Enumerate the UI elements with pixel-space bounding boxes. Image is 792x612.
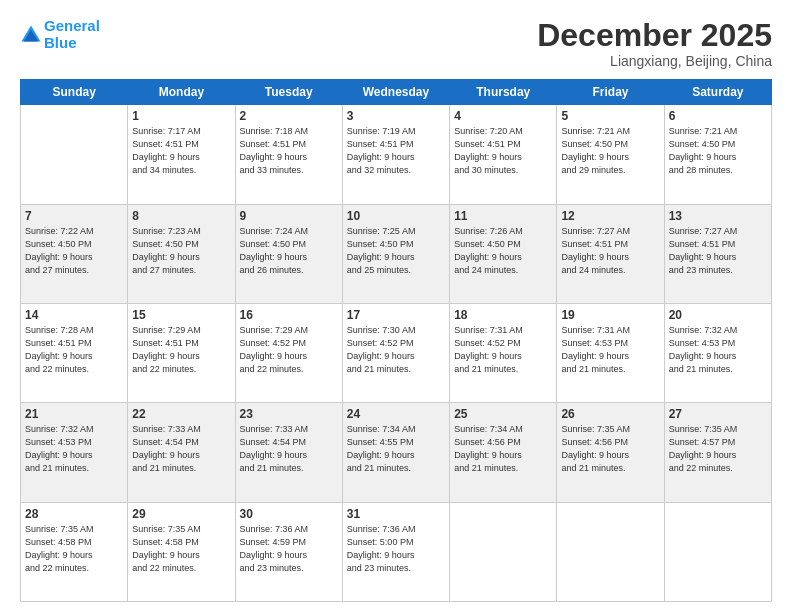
day-number: 9 <box>240 209 338 223</box>
day-number: 15 <box>132 308 230 322</box>
subtitle: Liangxiang, Beijing, China <box>537 53 772 69</box>
table-row: 1Sunrise: 7:17 AM Sunset: 4:51 PM Daylig… <box>128 105 235 204</box>
day-number: 4 <box>454 109 552 123</box>
day-info: Sunrise: 7:33 AM Sunset: 4:54 PM Dayligh… <box>132 423 230 475</box>
table-row: 14Sunrise: 7:28 AM Sunset: 4:51 PM Dayli… <box>21 303 128 402</box>
day-number: 7 <box>25 209 123 223</box>
day-number: 12 <box>561 209 659 223</box>
day-number: 24 <box>347 407 445 421</box>
day-number: 14 <box>25 308 123 322</box>
calendar-header-row: Sunday Monday Tuesday Wednesday Thursday… <box>21 80 772 105</box>
col-friday: Friday <box>557 80 664 105</box>
col-tuesday: Tuesday <box>235 80 342 105</box>
calendar-table: Sunday Monday Tuesday Wednesday Thursday… <box>20 79 772 602</box>
day-number: 11 <box>454 209 552 223</box>
table-row: 16Sunrise: 7:29 AM Sunset: 4:52 PM Dayli… <box>235 303 342 402</box>
day-number: 6 <box>669 109 767 123</box>
day-number: 28 <box>25 507 123 521</box>
day-info: Sunrise: 7:21 AM Sunset: 4:50 PM Dayligh… <box>561 125 659 177</box>
day-info: Sunrise: 7:17 AM Sunset: 4:51 PM Dayligh… <box>132 125 230 177</box>
table-row: 15Sunrise: 7:29 AM Sunset: 4:51 PM Dayli… <box>128 303 235 402</box>
day-info: Sunrise: 7:24 AM Sunset: 4:50 PM Dayligh… <box>240 225 338 277</box>
page: General Blue December 2025 Liangxiang, B… <box>0 0 792 612</box>
day-number: 10 <box>347 209 445 223</box>
day-info: Sunrise: 7:21 AM Sunset: 4:50 PM Dayligh… <box>669 125 767 177</box>
col-monday: Monday <box>128 80 235 105</box>
table-row <box>557 502 664 601</box>
table-row: 4Sunrise: 7:20 AM Sunset: 4:51 PM Daylig… <box>450 105 557 204</box>
day-number: 2 <box>240 109 338 123</box>
day-info: Sunrise: 7:26 AM Sunset: 4:50 PM Dayligh… <box>454 225 552 277</box>
day-info: Sunrise: 7:22 AM Sunset: 4:50 PM Dayligh… <box>25 225 123 277</box>
table-row: 6Sunrise: 7:21 AM Sunset: 4:50 PM Daylig… <box>664 105 771 204</box>
table-row <box>21 105 128 204</box>
day-number: 5 <box>561 109 659 123</box>
table-row: 30Sunrise: 7:36 AM Sunset: 4:59 PM Dayli… <box>235 502 342 601</box>
table-row: 22Sunrise: 7:33 AM Sunset: 4:54 PM Dayli… <box>128 403 235 502</box>
calendar-week-row: 1Sunrise: 7:17 AM Sunset: 4:51 PM Daylig… <box>21 105 772 204</box>
day-number: 18 <box>454 308 552 322</box>
day-number: 26 <box>561 407 659 421</box>
day-info: Sunrise: 7:34 AM Sunset: 4:56 PM Dayligh… <box>454 423 552 475</box>
table-row: 31Sunrise: 7:36 AM Sunset: 5:00 PM Dayli… <box>342 502 449 601</box>
day-info: Sunrise: 7:35 AM Sunset: 4:57 PM Dayligh… <box>669 423 767 475</box>
table-row: 3Sunrise: 7:19 AM Sunset: 4:51 PM Daylig… <box>342 105 449 204</box>
day-number: 30 <box>240 507 338 521</box>
calendar-week-row: 14Sunrise: 7:28 AM Sunset: 4:51 PM Dayli… <box>21 303 772 402</box>
header: General Blue December 2025 Liangxiang, B… <box>20 18 772 69</box>
table-row: 23Sunrise: 7:33 AM Sunset: 4:54 PM Dayli… <box>235 403 342 502</box>
table-row: 19Sunrise: 7:31 AM Sunset: 4:53 PM Dayli… <box>557 303 664 402</box>
day-number: 1 <box>132 109 230 123</box>
day-number: 29 <box>132 507 230 521</box>
table-row: 13Sunrise: 7:27 AM Sunset: 4:51 PM Dayli… <box>664 204 771 303</box>
month-title: December 2025 <box>537 18 772 53</box>
day-info: Sunrise: 7:33 AM Sunset: 4:54 PM Dayligh… <box>240 423 338 475</box>
table-row: 18Sunrise: 7:31 AM Sunset: 4:52 PM Dayli… <box>450 303 557 402</box>
table-row: 11Sunrise: 7:26 AM Sunset: 4:50 PM Dayli… <box>450 204 557 303</box>
table-row: 28Sunrise: 7:35 AM Sunset: 4:58 PM Dayli… <box>21 502 128 601</box>
day-info: Sunrise: 7:23 AM Sunset: 4:50 PM Dayligh… <box>132 225 230 277</box>
day-number: 8 <box>132 209 230 223</box>
table-row: 25Sunrise: 7:34 AM Sunset: 4:56 PM Dayli… <box>450 403 557 502</box>
day-info: Sunrise: 7:20 AM Sunset: 4:51 PM Dayligh… <box>454 125 552 177</box>
table-row <box>450 502 557 601</box>
table-row: 12Sunrise: 7:27 AM Sunset: 4:51 PM Dayli… <box>557 204 664 303</box>
day-number: 21 <box>25 407 123 421</box>
table-row: 26Sunrise: 7:35 AM Sunset: 4:56 PM Dayli… <box>557 403 664 502</box>
calendar-week-row: 21Sunrise: 7:32 AM Sunset: 4:53 PM Dayli… <box>21 403 772 502</box>
table-row: 29Sunrise: 7:35 AM Sunset: 4:58 PM Dayli… <box>128 502 235 601</box>
day-number: 16 <box>240 308 338 322</box>
day-info: Sunrise: 7:29 AM Sunset: 4:52 PM Dayligh… <box>240 324 338 376</box>
day-info: Sunrise: 7:34 AM Sunset: 4:55 PM Dayligh… <box>347 423 445 475</box>
day-number: 22 <box>132 407 230 421</box>
col-saturday: Saturday <box>664 80 771 105</box>
day-info: Sunrise: 7:27 AM Sunset: 4:51 PM Dayligh… <box>561 225 659 277</box>
day-info: Sunrise: 7:36 AM Sunset: 4:59 PM Dayligh… <box>240 523 338 575</box>
calendar-week-row: 7Sunrise: 7:22 AM Sunset: 4:50 PM Daylig… <box>21 204 772 303</box>
day-number: 31 <box>347 507 445 521</box>
logo: General Blue <box>20 18 100 51</box>
col-thursday: Thursday <box>450 80 557 105</box>
day-info: Sunrise: 7:35 AM Sunset: 4:58 PM Dayligh… <box>132 523 230 575</box>
table-row: 9Sunrise: 7:24 AM Sunset: 4:50 PM Daylig… <box>235 204 342 303</box>
day-info: Sunrise: 7:18 AM Sunset: 4:51 PM Dayligh… <box>240 125 338 177</box>
logo-icon <box>20 24 42 46</box>
table-row: 8Sunrise: 7:23 AM Sunset: 4:50 PM Daylig… <box>128 204 235 303</box>
day-info: Sunrise: 7:35 AM Sunset: 4:58 PM Dayligh… <box>25 523 123 575</box>
table-row: 5Sunrise: 7:21 AM Sunset: 4:50 PM Daylig… <box>557 105 664 204</box>
day-number: 13 <box>669 209 767 223</box>
day-number: 19 <box>561 308 659 322</box>
day-info: Sunrise: 7:27 AM Sunset: 4:51 PM Dayligh… <box>669 225 767 277</box>
day-info: Sunrise: 7:25 AM Sunset: 4:50 PM Dayligh… <box>347 225 445 277</box>
logo-text: General Blue <box>44 18 100 51</box>
day-number: 25 <box>454 407 552 421</box>
day-info: Sunrise: 7:28 AM Sunset: 4:51 PM Dayligh… <box>25 324 123 376</box>
day-number: 27 <box>669 407 767 421</box>
calendar-week-row: 28Sunrise: 7:35 AM Sunset: 4:58 PM Dayli… <box>21 502 772 601</box>
day-number: 3 <box>347 109 445 123</box>
day-info: Sunrise: 7:29 AM Sunset: 4:51 PM Dayligh… <box>132 324 230 376</box>
day-info: Sunrise: 7:31 AM Sunset: 4:52 PM Dayligh… <box>454 324 552 376</box>
table-row: 20Sunrise: 7:32 AM Sunset: 4:53 PM Dayli… <box>664 303 771 402</box>
day-number: 17 <box>347 308 445 322</box>
table-row: 17Sunrise: 7:30 AM Sunset: 4:52 PM Dayli… <box>342 303 449 402</box>
